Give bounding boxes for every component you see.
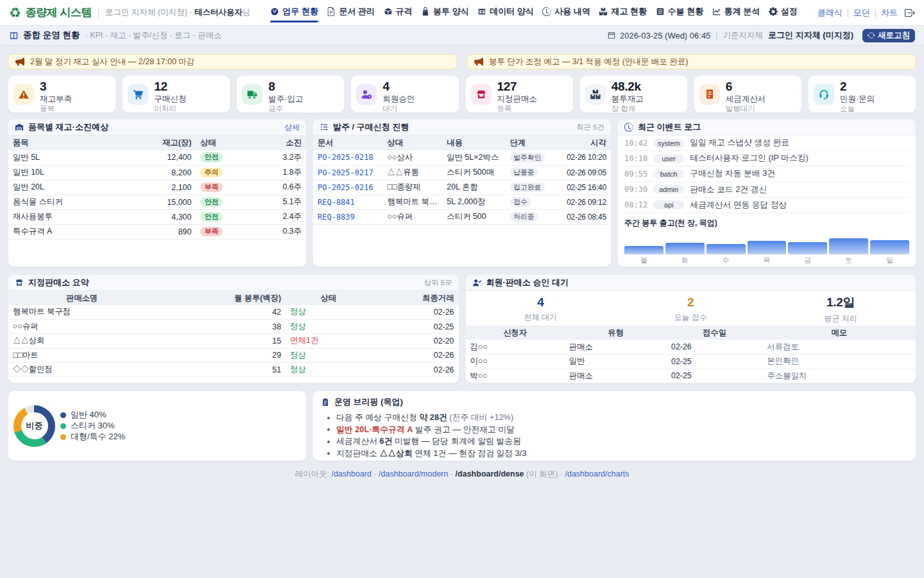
doc-link[interactable]: PO-2025-0218 — [318, 153, 373, 162]
order-row[interactable]: REQ-8841 행복마트 북… 5L 2,000장 접수 02-26 09:1… — [313, 195, 611, 209]
seller-row[interactable]: △△상회 15 연체1건 02-20 — [8, 334, 459, 348]
order-row[interactable]: PO-2025-0218 ○○상사 일반 5L×2박스 발주확인 02-26 1… — [313, 150, 611, 165]
menu-item[interactable]: 문서 관리 — [327, 3, 375, 21]
approval-row[interactable]: 김○○ 판매소 02-26 서류검토 — [466, 340, 916, 355]
week-bar — [788, 242, 827, 254]
item-weeks: 0.3주 — [250, 224, 306, 239]
col-header: 시각 — [560, 136, 611, 150]
applicant-name: 박○○ — [466, 369, 565, 383]
menu-item[interactable]: 설정 — [769, 3, 798, 21]
approval-stat: 4 전체 대기 — [466, 295, 616, 323]
refresh-button[interactable]: 새로고침 — [862, 29, 915, 42]
event-time: 10:42 — [624, 139, 647, 148]
brand[interactable]: ♻ 종량제 시스템 — [9, 5, 92, 20]
week-day-label: 토 — [829, 256, 868, 265]
logout-icon[interactable] — [905, 8, 915, 18]
footer-part[interactable]: /dashboard/modern — [379, 469, 448, 478]
status-badge: 안전 — [200, 152, 223, 162]
seller-row[interactable]: 행복마트 북구점 42 정상 02-26 — [8, 305, 459, 319]
divider: | — [847, 8, 849, 17]
briefing-item: 다음 주 예상 구매신청 약 28건 (전주 대비 +12%) — [321, 412, 908, 424]
briefing-list: 다음 주 예상 구매신청 약 28건 (전주 대비 +12%) 일반 20L·특… — [321, 412, 908, 459]
col-header: 재고(장) — [137, 136, 196, 150]
order-row[interactable]: PO-2025-0217 △△유통 스티커 500매 납품중 02-26 09:… — [313, 165, 611, 180]
stock-row[interactable]: 일반 5L 12,400 안전 3.2주 — [8, 150, 306, 165]
order-stage: 입고완료 — [506, 180, 560, 195]
kpi-card[interactable]: 12 구매신청 미처리 — [122, 75, 230, 113]
week-chart-title: 주간 봉투 출고(천 장, 목업) — [618, 213, 916, 229]
legend-label: 스티커 30% — [71, 421, 115, 430]
order-row[interactable]: PO-2025-0216 □□종량제 20L 혼합 입고완료 02-25 16:… — [313, 180, 611, 195]
kpi-icon-tile — [585, 84, 606, 105]
footer-part[interactable]: /dashboard/charts — [565, 469, 629, 478]
approval-row[interactable]: 이○○ 일반 02-25 본인확인 — [466, 355, 916, 369]
kpi-value: 127 — [497, 81, 538, 92]
footer-part: (이 화면) — [524, 469, 558, 478]
stock-row[interactable]: 특수규격 A 890 부족 0.3주 — [8, 224, 306, 239]
week-bar — [624, 246, 663, 254]
week-day-label: 금 — [788, 256, 827, 265]
menu-item[interactable]: 규격 — [384, 3, 413, 21]
stock-row[interactable]: 일반 20L 2,100 부족 0.6주 — [8, 180, 306, 195]
kpi-card[interactable]: 127 지정판매소 등록 — [465, 75, 574, 113]
stock-row[interactable]: 음식물 스티커 15,000 안전 5.1주 — [8, 195, 306, 209]
seller-status-text: 연체1건 — [290, 336, 318, 345]
layout-link-modern[interactable]: 모던 — [853, 7, 870, 19]
footer-part: · — [372, 469, 379, 478]
order-desc: 일반 5L×2박스 — [442, 150, 505, 165]
layout-link-chart[interactable]: 차트 — [881, 7, 898, 19]
stock-row[interactable]: 일반 10L 8,200 주의 1.8주 — [8, 165, 306, 180]
item-status: 주의 — [196, 165, 250, 180]
events-panel-header: 최근 이벤트 로그 — [618, 119, 916, 136]
kpi-label: 세금계산서 — [726, 95, 766, 103]
menu-item-icon — [477, 7, 486, 16]
menu-item-label: 문서 관리 — [339, 6, 375, 17]
seller-row[interactable]: ○○슈퍼 38 정상 02-25 — [8, 319, 459, 333]
sellers-panel-title: 지정판매소 요약 — [28, 277, 89, 288]
kpi-card[interactable]: 48.2k 봉투재고 장 합계 — [579, 75, 688, 113]
seller-qty: 15 — [155, 334, 286, 348]
approval-stats: 4 전체 대기 2 오늘 접수 1.2일 평균 처리 — [466, 291, 916, 326]
menu-item[interactable]: 봉투 양식 — [421, 3, 469, 21]
seller-row[interactable]: □□마트 29 정상 02-26 — [8, 348, 459, 362]
menu-item-icon — [769, 7, 778, 16]
stock-detail-link[interactable]: 상세 — [284, 122, 300, 133]
event-message: 세금계산서 연동 응답 정상 — [690, 200, 787, 211]
kpi-card[interactable]: 2 민원·문의 오늘 — [808, 75, 916, 113]
stat-label: 평균 처리 — [766, 313, 916, 324]
stat-label: 전체 대기 — [466, 312, 616, 323]
menu-item[interactable]: 데이터 양식 — [477, 3, 534, 21]
store-icon — [475, 89, 487, 100]
footer-part[interactable]: /dashboard/dense — [456, 469, 524, 478]
kpi-card[interactable]: 8 발주·입고 금주 — [236, 75, 345, 113]
menu-item[interactable]: 사용 내역 — [542, 3, 590, 21]
doc-link[interactable]: REQ-8839 — [318, 213, 355, 222]
menu-item-icon — [421, 7, 430, 16]
footer-part[interactable]: /dashboard — [331, 469, 372, 478]
menu-item[interactable]: 재고 현황 — [599, 3, 647, 21]
menu-item[interactable]: 통계 분석 — [712, 3, 760, 21]
briefing-item-part: 약 28건 — [419, 412, 447, 422]
kpi-label: 지정판매소 — [497, 95, 538, 103]
doc-link[interactable]: PO-2025-0217 — [318, 168, 373, 177]
doc-link[interactable]: REQ-8841 — [318, 198, 355, 207]
notice-banner: 2월 말 정기 재고 실사 안내 — 2/28 17:00 마감 — [8, 54, 458, 69]
event-time: 09:30 — [624, 185, 647, 194]
stock-row[interactable]: 재사용봉투 4,300 안전 2.4주 — [8, 209, 306, 224]
seller-row[interactable]: ◇◇할인점 51 정상 02-26 — [8, 363, 459, 377]
layout-link-classic[interactable]: 클래식 — [817, 7, 843, 19]
kpi-value: 2 — [840, 81, 875, 92]
menu-item[interactable]: 수불 현황 — [656, 3, 704, 21]
order-row[interactable]: REQ-8839 ○○슈퍼 스티커 500 처리중 02-26 08:45 — [313, 209, 611, 224]
kpi-card[interactable]: 6 세금계산서 발행대기 — [694, 75, 802, 113]
approval-row[interactable]: 박○○ 판매소 02-25 주소불일치 — [466, 369, 916, 383]
stock-panel-header: 품목별 재고·소진예상 상세 — [8, 119, 306, 136]
kpi-card[interactable]: 4 회원승인 대기 — [350, 75, 459, 113]
doc-link[interactable]: PO-2025-0216 — [318, 183, 373, 192]
menu-item-icon — [542, 7, 551, 16]
week-day-label: 일 — [870, 256, 909, 265]
item-weeks: 1.8주 — [250, 165, 306, 180]
kpi-card[interactable]: 3 재고부족 품목 — [8, 75, 116, 113]
refresh-label: 새로고침 — [878, 30, 910, 41]
menu-item[interactable]: 업무 현황 — [270, 3, 318, 21]
